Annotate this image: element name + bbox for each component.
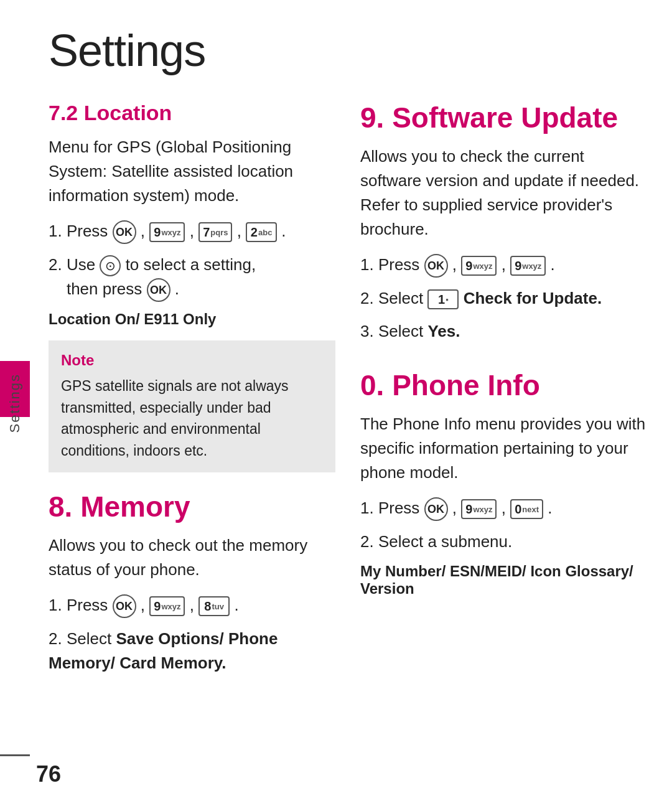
section-72-location: 7.2 Location Menu for GPS (Global Positi…: [49, 101, 335, 472]
sidebar-label: Settings: [0, 0, 30, 806]
main-content: Settings 7.2 Location Menu for GPS (Glob…: [36, 0, 672, 806]
key-9wxyz-9a: 9wxyz: [461, 256, 497, 276]
ok-key-9-1: OK: [424, 254, 448, 278]
section-8-body: Allows you to check out the memory statu…: [49, 533, 335, 582]
page-title: Settings: [49, 25, 647, 76]
section-9-step2-bold: Check for Update.: [464, 289, 602, 307]
section-9-software-update: 9. Software Update Allows you to check t…: [360, 101, 647, 344]
ok-key-72-1: OK: [113, 220, 136, 244]
columns-layout: 7.2 Location Menu for GPS (Global Positi…: [49, 101, 647, 684]
page-container: Settings Settings 7.2 Location Menu for …: [0, 0, 672, 806]
key-7pqrs-72: 7pqrs: [198, 222, 232, 242]
section-72-body: Menu for GPS (Global Positioning System:…: [49, 135, 335, 208]
section-9-step1: 1. Press OK , 9wxyz , 9wxyz .: [360, 253, 647, 278]
sidebar-text: Settings: [7, 373, 23, 433]
key-1-9: 1▪: [427, 289, 459, 309]
section-72-heading: 7.2 Location: [49, 101, 335, 125]
note-box: Note GPS satellite signals are not alway…: [49, 340, 335, 472]
section-0-heading: 0. Phone Info: [360, 368, 647, 402]
section-0-step1: 1. Press OK , 9wxyz , 0next .: [360, 496, 647, 521]
section-0-step2: 2. Select a submenu.: [360, 530, 647, 554]
section-72-step1: 1. Press OK , 9wxyz , 7pqrs , 2abc .: [49, 219, 335, 244]
key-9wxyz-72: 9wxyz: [149, 222, 185, 242]
note-body: GPS satellite signals are not always tra…: [61, 375, 323, 461]
section-8-memory: 8. Memory Allows you to check out the me…: [49, 490, 335, 675]
right-column: 9. Software Update Allows you to check t…: [360, 101, 647, 684]
section-8-step1: 1. Press OK , 9wxyz , 8tuv .: [49, 593, 335, 618]
section-9-step3: 3. Select Yes.: [360, 319, 647, 344]
key-9wxyz-9b: 9wxyz: [510, 256, 546, 276]
section-8-heading: 8. Memory: [49, 490, 335, 523]
key-8tuv-8: 8tuv: [198, 596, 230, 616]
left-column: 7.2 Location Menu for GPS (Global Positi…: [49, 101, 335, 684]
section-9-step2: 2. Select 1▪ Check for Update.: [360, 286, 647, 311]
key-9wxyz-8: 9wxyz: [149, 596, 185, 616]
page-number: 76: [36, 761, 61, 787]
section-8-step2: 2. Select Save Options/ Phone Memory/ Ca…: [49, 627, 335, 675]
location-sub-note: Location On/ E911 Only: [49, 311, 335, 328]
section-0-phone-info: 0. Phone Info The Phone Info menu provid…: [360, 368, 647, 597]
ok-key-72-2: OK: [147, 278, 170, 302]
note-title: Note: [61, 352, 323, 369]
key-0next-0: 0next: [510, 499, 543, 519]
section-9-body: Allows you to check the current software…: [360, 144, 647, 241]
phone-info-sub-note: My Number/ ESN/MEID/ Icon Glossary/ Vers…: [360, 563, 647, 597]
section-0-body: The Phone Info menu provides you with sp…: [360, 412, 647, 485]
key-2abc-72: 2abc: [246, 222, 277, 242]
key-9wxyz-0: 9wxyz: [461, 499, 497, 519]
section-9-step3-bold: Yes.: [427, 322, 460, 340]
nav-key-72: ⊙: [100, 255, 121, 276]
section-9-heading: 9. Software Update: [360, 101, 647, 134]
section-72-step2: 2. Use ⊙ to select a setting, then press…: [49, 253, 335, 302]
ok-key-0-1: OK: [424, 497, 448, 521]
ok-key-8-1: OK: [113, 594, 136, 618]
